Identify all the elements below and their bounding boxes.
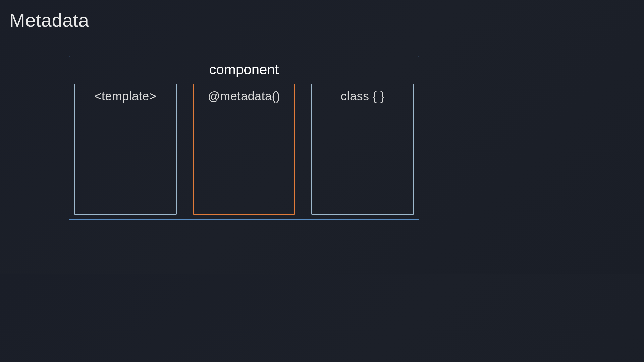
box-template-label: <template> xyxy=(94,89,156,214)
slide-title: Metadata xyxy=(9,9,89,31)
boxes-row: <template> @metadata() class { } xyxy=(73,84,415,215)
box-template: <template> xyxy=(74,84,177,215)
box-metadata-label: @metadata() xyxy=(208,89,280,214)
box-metadata: @metadata() xyxy=(193,84,296,215)
component-label: component xyxy=(209,62,279,78)
box-class-label: class { } xyxy=(341,89,385,214)
component-container: component <template> @metadata() class {… xyxy=(69,56,419,220)
box-class: class { } xyxy=(311,84,414,215)
